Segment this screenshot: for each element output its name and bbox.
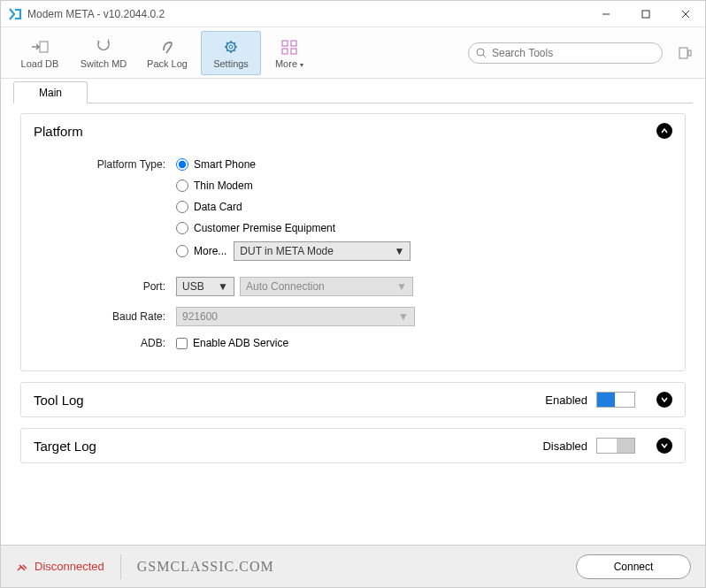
- svg-point-19: [477, 49, 484, 56]
- target-log-toggle[interactable]: [596, 438, 635, 454]
- disconnected-icon: [15, 561, 29, 573]
- radio-smart-phone[interactable]: Smart Phone: [176, 158, 256, 171]
- window-title: Modem META - v10.2044.0.2: [27, 8, 165, 20]
- tab-main[interactable]: Main: [13, 81, 88, 103]
- pack-log-label: Pack Log: [147, 58, 188, 69]
- brand-text: GSMCLASSIC.COM: [137, 559, 274, 575]
- baud-select: 921600▼: [176, 307, 415, 326]
- load-db-icon: [30, 37, 50, 57]
- dock-right-icon[interactable]: [673, 42, 696, 65]
- pack-log-button[interactable]: Pack Log: [137, 31, 197, 75]
- svg-rect-17: [282, 49, 288, 54]
- connection-status: Disconnected: [15, 560, 104, 573]
- target-log-panel: Target Log Disabled: [20, 428, 686, 463]
- minimize-button[interactable]: [586, 1, 625, 27]
- tool-log-toggle[interactable]: [596, 392, 635, 408]
- content-area: Platform Platform Type: Smart Phone Thin…: [1, 104, 705, 545]
- close-button[interactable]: [665, 1, 705, 27]
- connect-button[interactable]: Connect: [576, 554, 691, 579]
- switch-md-icon: [94, 37, 113, 57]
- gear-icon: [221, 37, 241, 57]
- platform-title: Platform: [34, 124, 83, 139]
- radio-more[interactable]: More...: [176, 245, 226, 257]
- expand-icon[interactable]: [656, 438, 672, 454]
- svg-rect-16: [291, 41, 296, 46]
- platform-type-label: Platform Type:: [39, 158, 176, 171]
- baud-label: Baud Rate:: [39, 310, 176, 323]
- tool-log-panel: Tool Log Enabled: [20, 382, 686, 417]
- search-input[interactable]: [492, 47, 655, 59]
- maximize-button[interactable]: [625, 1, 665, 27]
- svg-rect-18: [291, 49, 296, 54]
- svg-line-13: [234, 42, 236, 44]
- pack-log-icon: [157, 37, 177, 57]
- svg-line-12: [234, 50, 236, 51]
- collapse-icon[interactable]: [656, 123, 672, 139]
- more-label: More ▾: [275, 58, 303, 69]
- radio-thin-modem[interactable]: Thin Modem: [176, 179, 253, 192]
- more-mode-select[interactable]: DUT in META Mode▼: [234, 241, 411, 261]
- more-grid-icon: [280, 37, 298, 57]
- radio-cpe[interactable]: Customer Premise Equipment: [176, 222, 335, 234]
- load-db-label: Load DB: [21, 58, 59, 69]
- switch-md-button[interactable]: Switch MD: [73, 31, 134, 75]
- port-label: Port:: [39, 280, 176, 293]
- svg-rect-21: [679, 48, 687, 58]
- platform-panel: Platform Platform Type: Smart Phone Thin…: [20, 113, 686, 371]
- tool-log-state: Enabled: [545, 393, 587, 407]
- svg-rect-15: [282, 41, 288, 46]
- svg-rect-4: [40, 42, 48, 52]
- svg-rect-22: [688, 50, 691, 56]
- radio-data-card[interactable]: Data Card: [176, 201, 242, 213]
- port-select[interactable]: USB▼: [176, 277, 234, 296]
- expand-icon[interactable]: [656, 392, 672, 408]
- titlebar: Modem META - v10.2044.0.2: [1, 1, 705, 27]
- adb-checkbox[interactable]: Enable ADB Service: [176, 337, 288, 349]
- settings-label: Settings: [213, 58, 249, 69]
- adb-label: ADB:: [39, 337, 176, 349]
- svg-line-14: [226, 50, 228, 51]
- target-log-state: Disabled: [542, 439, 587, 453]
- target-log-title: Target Log: [34, 439, 96, 454]
- port-auto-select: Auto Connection▼: [240, 277, 413, 296]
- app-logo-icon: [8, 7, 22, 21]
- search-icon: [476, 48, 487, 58]
- more-button[interactable]: More ▾: [265, 31, 314, 75]
- switch-md-label: Switch MD: [81, 58, 127, 69]
- load-db-button[interactable]: Load DB: [10, 31, 70, 75]
- tool-log-title: Tool Log: [34, 393, 84, 408]
- svg-rect-1: [642, 11, 649, 18]
- svg-line-20: [483, 55, 486, 57]
- svg-point-6: [229, 45, 233, 49]
- toolbar: Load DB Switch MD Pack Log Settings More…: [1, 27, 705, 79]
- settings-button[interactable]: Settings: [201, 31, 261, 75]
- tab-strip: Main: [1, 79, 705, 103]
- divider: [120, 554, 121, 579]
- status-bar: Disconnected GSMCLASSIC.COM Connect: [1, 545, 705, 587]
- svg-line-11: [226, 42, 228, 44]
- search-input-wrap[interactable]: [468, 42, 663, 64]
